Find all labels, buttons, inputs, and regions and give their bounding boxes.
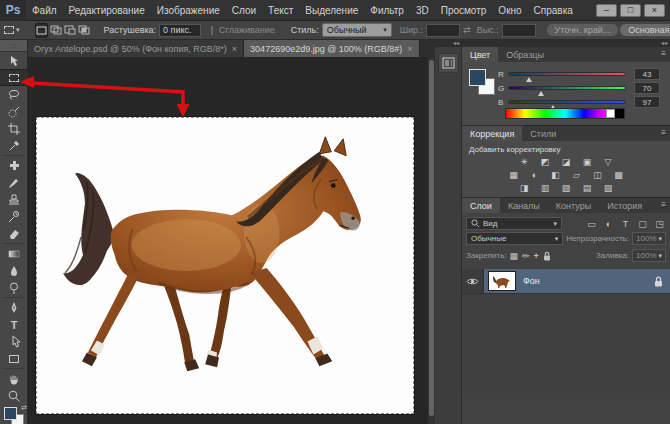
antialias-checkbox[interactable] — [211, 26, 213, 35]
channel-mixer-icon[interactable]: ◫ — [590, 169, 605, 181]
posterize-icon[interactable]: ▥ — [538, 182, 553, 194]
menu-view[interactable]: Просмотр — [435, 0, 493, 21]
path-selection-tool[interactable] — [0, 333, 28, 350]
maximize-button[interactable]: □ — [620, 4, 641, 17]
lock-position-icon[interactable]: + — [534, 251, 539, 261]
menu-type[interactable]: Текст — [262, 0, 299, 21]
clone-stamp-tool[interactable] — [0, 191, 28, 208]
tool-preset-picker[interactable]: ▾ — [0, 26, 24, 34]
white-swatch[interactable] — [606, 109, 615, 118]
close-button[interactable]: × — [644, 4, 665, 17]
style-select[interactable]: Обычный ▾ — [322, 23, 392, 37]
swap-colors-icon[interactable]: ⇄ — [21, 404, 27, 412]
green-value[interactable]: 70 — [634, 82, 660, 94]
feather-input[interactable] — [159, 24, 201, 37]
black-swatch[interactable] — [615, 109, 624, 118]
menu-select[interactable]: Выделение — [299, 0, 364, 21]
scrollbar-thumb[interactable] — [429, 60, 434, 416]
tab-history[interactable]: История — [599, 198, 650, 213]
tab-channels[interactable]: Каналы — [500, 198, 548, 213]
menu-image[interactable]: Изображение — [151, 0, 226, 21]
panel-menu-icon[interactable]: ≡ — [661, 128, 666, 137]
gradient-map-icon[interactable]: ▤ — [580, 182, 595, 194]
menu-file[interactable]: Файл — [26, 0, 63, 21]
dock-collapse-handle[interactable]: ◂◂ — [435, 40, 461, 47]
foreground-color-swatch[interactable] — [4, 407, 17, 420]
tab-adjustments[interactable]: Коррекция — [462, 126, 522, 141]
layer-thumbnail[interactable] — [488, 271, 516, 291]
foreground-color-swatch[interactable] — [469, 69, 486, 86]
tab-paths[interactable]: Контуры — [548, 198, 599, 213]
quick-selection-tool[interactable] — [0, 103, 28, 120]
new-selection-mode-button[interactable] — [35, 23, 48, 38]
layer-filter-select[interactable]: Вид ▾ — [466, 217, 562, 230]
exposure-icon[interactable]: ▣ — [580, 156, 595, 168]
subtract-selection-mode-button[interactable] — [64, 23, 76, 38]
menu-filter[interactable]: Фильтр — [364, 0, 410, 21]
menu-help[interactable]: Справка — [528, 0, 579, 21]
gradient-tool[interactable] — [0, 245, 28, 262]
intersect-selection-mode-button[interactable] — [78, 23, 90, 38]
red-value[interactable]: 43 — [634, 68, 660, 80]
menu-edit[interactable]: Редактирование — [63, 0, 151, 21]
tab-styles[interactable]: Стили — [522, 126, 564, 141]
hand-tool[interactable] — [0, 370, 28, 387]
width-input[interactable] — [426, 24, 460, 37]
add-selection-mode-button[interactable] — [50, 23, 62, 38]
threshold-icon[interactable]: ▧ — [559, 182, 574, 194]
lock-pixels-icon[interactable]: ✏ — [522, 251, 530, 261]
panel-menu-icon[interactable]: ≡ — [661, 200, 666, 209]
dodge-tool[interactable] — [0, 279, 28, 296]
type-tool[interactable]: T — [0, 316, 28, 333]
invert-icon[interactable]: ◨ — [517, 182, 532, 194]
close-tab-icon[interactable]: × — [407, 44, 412, 54]
lock-transparency-icon[interactable]: ▦ — [510, 251, 519, 261]
layer-visibility-toggle[interactable] — [462, 269, 484, 293]
pen-tool[interactable] — [0, 299, 28, 316]
pixel-layer-filter-icon[interactable]: ▭ — [585, 217, 598, 230]
lock-all-icon[interactable] — [543, 251, 551, 261]
menu-3d[interactable]: 3D — [410, 0, 435, 21]
curves-icon[interactable]: ◪ — [559, 156, 574, 168]
eyedropper-tool[interactable] — [0, 137, 28, 154]
smart-object-filter-icon[interactable]: ◳ — [653, 217, 666, 230]
height-input[interactable] — [502, 24, 536, 37]
menu-window[interactable]: Окно — [492, 0, 527, 21]
green-slider[interactable] — [508, 86, 626, 90]
workspace-button[interactable]: Основная — [619, 23, 670, 37]
blue-value[interactable]: 97 — [634, 96, 660, 108]
selective-color-icon[interactable]: ▨ — [601, 182, 616, 194]
eraser-tool[interactable] — [0, 225, 28, 242]
rectangular-marquee-tool[interactable] — [0, 69, 28, 86]
vibrance-icon[interactable]: ▽ — [601, 156, 616, 168]
crop-tool[interactable] — [0, 120, 28, 137]
tab-swatches[interactable]: Образцы — [498, 47, 552, 62]
red-slider[interactable] — [508, 72, 626, 76]
adjustment-layer-filter-icon[interactable]: ◐ — [602, 217, 615, 230]
zoom-tool[interactable] — [0, 387, 28, 404]
opacity-value[interactable]: 100% ▾ — [632, 232, 666, 245]
history-brush-tool[interactable] — [0, 208, 28, 225]
tab-layers[interactable]: Слои — [462, 198, 500, 213]
tab-color[interactable]: Цвет — [462, 47, 498, 62]
rectangle-shape-tool[interactable] — [0, 350, 28, 367]
brush-tool[interactable] — [0, 174, 28, 191]
lasso-tool[interactable] — [0, 86, 28, 103]
color-spectrum-ramp[interactable] — [505, 108, 625, 119]
spot-healing-brush-tool[interactable] — [0, 157, 28, 174]
minimize-button[interactable]: – — [596, 4, 617, 17]
color-balance-icon[interactable]: ◐ — [527, 169, 542, 181]
blur-tool[interactable] — [0, 262, 28, 279]
close-tab-icon[interactable]: × — [232, 44, 237, 54]
canvas-area[interactable] — [28, 57, 435, 424]
collapsed-history-panel-icon[interactable] — [438, 53, 459, 73]
panel-menu-icon[interactable]: ≡ — [661, 49, 666, 58]
levels-icon[interactable]: ◩ — [538, 156, 553, 168]
brightness-contrast-icon[interactable]: ☀ — [517, 156, 532, 168]
photo-filter-icon[interactable]: ▱ — [569, 169, 584, 181]
document-tab-oryx[interactable]: Oryx Antelope.psd @ 50% (Фон копия, RGB/… — [28, 40, 244, 57]
blend-mode-select[interactable]: Обычные ▾ — [466, 232, 563, 245]
menu-layers[interactable]: Слои — [226, 0, 262, 21]
shape-layer-filter-icon[interactable]: ▢ — [636, 217, 649, 230]
canvas-image[interactable] — [36, 117, 414, 414]
